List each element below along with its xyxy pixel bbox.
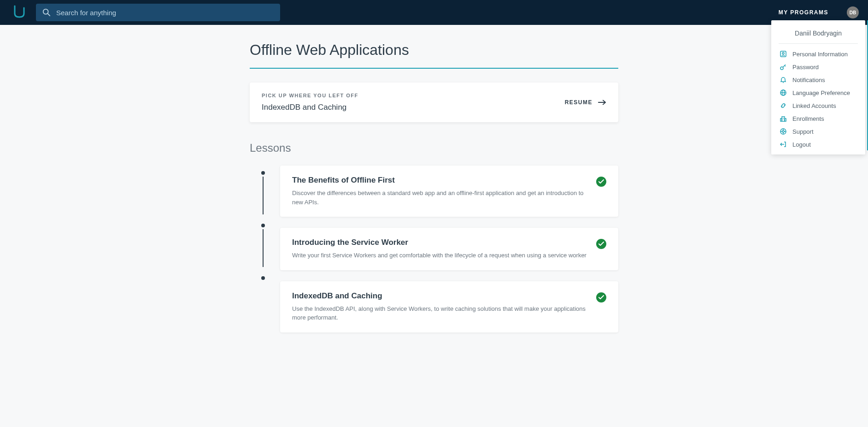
- timeline-dot: [261, 276, 265, 280]
- completed-check-icon: [596, 239, 606, 249]
- dropdown-item-language-preference[interactable]: Language Preference: [771, 86, 865, 99]
- logo[interactable]: [13, 4, 36, 21]
- dropdown-item-linked-accounts[interactable]: Linked Accounts: [771, 99, 865, 112]
- lesson-title: The Benefits of Offline First: [292, 176, 587, 185]
- logout-icon: [780, 141, 787, 148]
- svg-line-1: [48, 14, 50, 16]
- lesson-title: Introducing the Service Worker: [292, 238, 587, 247]
- arrow-right-icon: [598, 99, 606, 106]
- dropdown-item-support[interactable]: Support: [771, 125, 865, 138]
- dropdown-item-label: Language Preference: [792, 89, 850, 96]
- person-icon: [780, 50, 787, 58]
- dropdown-item-logout[interactable]: Logout: [771, 138, 865, 151]
- dropdown-user-name: Daniil Bodryagin: [771, 27, 865, 43]
- resume-lesson-title: IndexedDB and Caching: [262, 103, 358, 112]
- my-programs-link[interactable]: MY PROGRAMS: [779, 9, 828, 16]
- resume-label: PICK UP WHERE YOU LEFT OFF: [262, 93, 358, 98]
- lessons-heading: Lessons: [250, 142, 618, 154]
- timeline-line: [263, 229, 264, 267]
- svg-point-0: [43, 9, 48, 14]
- completed-check-icon: [596, 177, 606, 187]
- timeline-dot: [261, 171, 265, 175]
- svg-rect-13: [785, 119, 786, 121]
- dropdown-item-label: Notifications: [792, 77, 825, 83]
- timeline-line: [263, 177, 264, 214]
- lessons-list: The Benefits of Offline FirstDiscover th…: [250, 166, 618, 332]
- dropdown-item-label: Personal Information: [792, 51, 848, 58]
- dropdown-item-password[interactable]: Password: [771, 60, 865, 73]
- svg-point-17: [782, 130, 784, 132]
- dropdown-item-label: Password: [792, 64, 819, 71]
- dropdown-item-label: Linked Accounts: [792, 102, 836, 109]
- link-icon: [780, 102, 787, 109]
- svg-point-3: [782, 53, 784, 54]
- dropdown-item-notifications[interactable]: Notifications: [771, 73, 865, 86]
- search-container[interactable]: [36, 4, 280, 21]
- key-icon: [780, 63, 787, 71]
- dropdown-item-enrollments[interactable]: Enrollments: [771, 112, 865, 125]
- page-title: Offline Web Applications: [250, 42, 618, 69]
- globe-icon: [780, 89, 787, 96]
- lesson-description: Discover the differences between a stand…: [292, 189, 587, 207]
- search-icon: [42, 8, 51, 17]
- svg-rect-12: [780, 119, 782, 121]
- svg-line-6: [785, 65, 786, 66]
- resume-card[interactable]: PICK UP WHERE YOU LEFT OFF IndexedDB and…: [250, 83, 618, 122]
- completed-check-icon: [596, 292, 606, 302]
- user-dropdown: Daniil Bodryagin Personal InformationPas…: [771, 20, 865, 154]
- resume-button-label: RESUME: [565, 99, 592, 106]
- dropdown-item-label: Enrollments: [792, 115, 824, 122]
- lesson-card[interactable]: IndexedDB and CachingUse the IndexedDB A…: [280, 281, 618, 332]
- lesson-card[interactable]: Introducing the Service WorkerWrite your…: [280, 228, 618, 270]
- support-icon: [780, 128, 787, 135]
- lesson-title: IndexedDB and Caching: [292, 291, 587, 301]
- resume-button[interactable]: RESUME: [565, 99, 606, 106]
- lesson-description: Use the IndexedDB API, along with Servic…: [292, 304, 587, 322]
- dropdown-item-personal-information[interactable]: Personal Information: [771, 47, 865, 60]
- dropdown-item-label: Support: [792, 128, 814, 135]
- search-input[interactable]: [56, 9, 274, 17]
- dropdown-divider: [779, 43, 858, 44]
- lesson-description: Write your first Service Workers and get…: [292, 251, 587, 260]
- lesson-card[interactable]: The Benefits of Offline FirstDiscover th…: [280, 166, 618, 217]
- bell-icon: [780, 76, 787, 83]
- app-header: MY PROGRAMS DB Daniil Bodryagin Personal…: [0, 0, 868, 25]
- timeline-dot: [261, 224, 265, 227]
- building-icon: [780, 115, 787, 122]
- dropdown-item-label: Logout: [792, 141, 811, 148]
- main-content: Offline Web Applications PICK UP WHERE Y…: [250, 25, 618, 360]
- avatar[interactable]: DB: [847, 6, 859, 18]
